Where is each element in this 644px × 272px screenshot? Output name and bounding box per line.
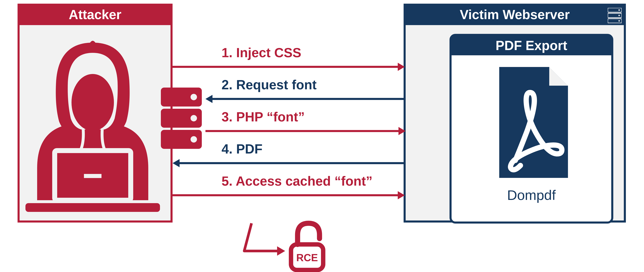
svg-point-5 [190,94,197,100]
victim-body: PDF Export Dompdf [406,25,624,221]
rce-label: RCE [296,252,318,263]
rce-arrow-icon [240,222,290,269]
svg-point-7 [190,115,197,122]
step-2-arrow [206,95,406,103]
step-1-label: 1. Inject CSS [222,45,301,60]
svg-rect-0 [26,203,160,212]
step-3-arrow [206,127,406,135]
attack-flow-diagram: Attacker [0,0,644,272]
hacker-icon [26,40,160,212]
pdf-file-icon [486,67,577,184]
victim-panel: Victim Webserver PDF Export [404,4,626,223]
pdf-export-panel: PDF Export Dompdf [450,34,613,224]
pdf-icon-container: Dompdf [452,55,611,203]
step-5-label: 5. Access cached “font” [222,174,372,189]
pdf-export-title: PDF Export [452,36,611,55]
step-4-arrow [172,159,405,167]
svg-point-15 [618,20,620,22]
attacker-title: Attacker [20,6,170,25]
dompdf-label: Dompdf [452,187,611,203]
svg-point-13 [618,15,620,16]
svg-rect-3 [84,174,102,178]
unlocked-padlock-icon: RCE [286,219,328,272]
step-5-arrow [172,191,405,199]
step-3-label: 3. PHP “font” [222,110,304,125]
victim-title-text: Victim Webserver [460,7,570,22]
svg-point-11 [618,9,620,11]
attacker-body [20,25,170,221]
victim-title: Victim Webserver [406,6,624,25]
step-1-arrow [172,63,405,71]
svg-point-1 [72,74,114,131]
attacker-panel: Attacker [18,4,172,223]
server-icon [608,8,622,23]
attacker-server-icon [161,88,202,149]
svg-point-9 [190,136,197,142]
step-2-label: 2. Request font [222,77,316,92]
step-4-label: 4. PDF [222,141,262,156]
